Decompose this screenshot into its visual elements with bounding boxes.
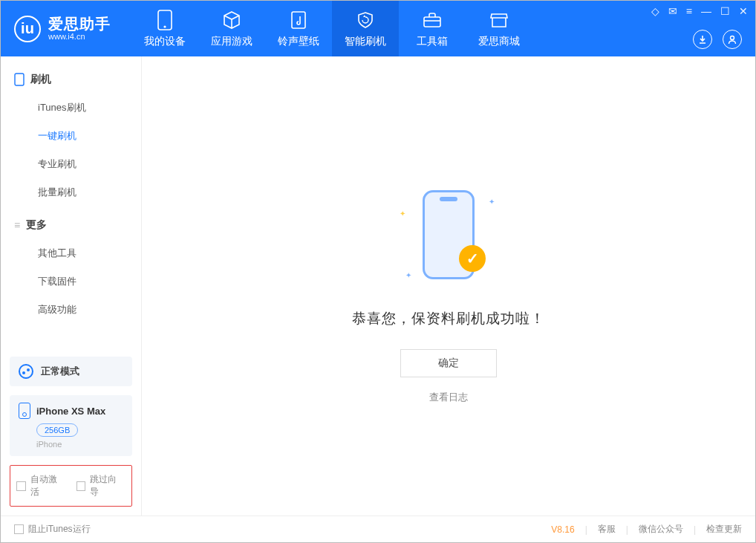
sidebar-item-download-firmware[interactable]: 下载固件 <box>1 267 141 296</box>
sidebar-group-more: ≡ 更多 <box>1 211 141 239</box>
tab-toolbox[interactable]: 工具箱 <box>399 1 466 56</box>
logo: iu 爱思助手 www.i4.cn <box>1 16 124 42</box>
tab-my-device[interactable]: 我的设备 <box>131 1 198 56</box>
checkbox-block-itunes[interactable]: 阻止iTunes运行 <box>14 523 91 536</box>
sidebar-item-advanced[interactable]: 高级功能 <box>1 296 141 324</box>
storage-badge: 256GB <box>36 423 78 437</box>
tab-ringtone-wallpaper[interactable]: 铃声壁纸 <box>265 1 332 56</box>
cube-icon <box>221 10 242 30</box>
logo-title: 爱思助手 <box>48 16 111 32</box>
tab-store[interactable]: 爱思商城 <box>466 1 532 56</box>
mode-label: 正常模式 <box>41 365 79 378</box>
tab-label: 应用游戏 <box>211 35 252 48</box>
check-badge-icon: ✓ <box>459 245 486 272</box>
footer-support-link[interactable]: 客服 <box>598 523 616 536</box>
svg-rect-2 <box>292 12 305 28</box>
refresh-shield-icon <box>355 10 376 30</box>
device-phone-icon <box>19 403 30 419</box>
mode-card[interactable]: 正常模式 <box>10 357 132 386</box>
checkbox-icon <box>16 481 26 491</box>
version-label: V8.16 <box>551 524 574 535</box>
minimize-button[interactable]: — <box>701 5 711 17</box>
shop-icon <box>489 10 509 30</box>
mode-icon <box>19 364 33 379</box>
sidebar-item-batch-flash[interactable]: 批量刷机 <box>1 178 141 207</box>
checkbox-label: 跳过向导 <box>90 473 126 498</box>
svg-point-1 <box>163 25 166 27</box>
sidebar-item-other-tools[interactable]: 其他工具 <box>1 239 141 267</box>
checkbox-skip-guide[interactable]: 跳过向导 <box>76 473 126 498</box>
footer-wechat-link[interactable]: 微信公众号 <box>639 523 683 536</box>
sidebar-group-title: 刷机 <box>30 73 51 86</box>
svg-point-5 <box>731 36 734 40</box>
logo-mark: iu <box>14 16 41 42</box>
tab-label: 爱思商城 <box>478 35 520 48</box>
tab-label: 我的设备 <box>144 35 186 48</box>
main-content: ✓ ✦ ✦ ✦ 恭喜您，保资料刷机成功啦！ 确定 查看日志 <box>142 56 755 516</box>
checkbox-icon <box>76 481 86 491</box>
success-illustration: ✓ ✦ ✦ ✦ <box>389 183 508 287</box>
phone-small-icon <box>14 73 25 86</box>
window-controls: ◇ ✉ ≡ — ☐ ✕ <box>651 5 748 17</box>
checkbox-label: 自动激活 <box>30 473 66 498</box>
highlighted-options: 自动激活 跳过向导 <box>10 465 132 507</box>
maximize-button[interactable]: ☐ <box>720 5 730 17</box>
sparkle-icon: ✦ <box>400 209 405 218</box>
more-icon: ≡ <box>14 219 20 231</box>
logo-subtitle: www.i4.cn <box>48 32 111 41</box>
top-nav: 我的设备 应用游戏 铃声壁纸 智能刷机 工具箱 爱思商城 <box>131 1 532 56</box>
tab-apps-games[interactable]: 应用游戏 <box>198 1 265 56</box>
menu-icon[interactable]: ≡ <box>686 5 692 17</box>
music-file-icon <box>288 10 309 30</box>
checkbox-label: 阻止iTunes运行 <box>28 523 91 536</box>
success-message: 恭喜您，保资料刷机成功啦！ <box>352 309 545 328</box>
view-log-link[interactable]: 查看日志 <box>429 391 468 404</box>
tab-label: 智能刷机 <box>345 35 386 48</box>
svg-rect-3 <box>424 17 440 27</box>
tab-smart-flash[interactable]: 智能刷机 <box>332 1 399 56</box>
sidebar: 刷机 iTunes刷机 一键刷机 专业刷机 批量刷机 ≡ 更多 其他工具 下载固… <box>1 56 142 516</box>
sparkle-icon: ✦ <box>405 271 411 279</box>
device-card[interactable]: iPhone XS Max 256GB iPhone <box>10 395 132 456</box>
sidebar-item-onekey-flash[interactable]: 一键刷机 <box>1 122 141 150</box>
footer: 阻止iTunes运行 V8.16 | 客服 | 微信公众号 | 检查更新 <box>1 516 755 542</box>
phone-icon <box>154 10 175 30</box>
sparkle-icon: ✦ <box>489 198 495 206</box>
footer-check-update-link[interactable]: 检查更新 <box>706 523 742 536</box>
close-button[interactable]: ✕ <box>739 5 748 17</box>
device-name: iPhone XS Max <box>36 406 105 417</box>
toolbox-icon <box>422 10 443 30</box>
tab-label: 工具箱 <box>417 35 448 48</box>
checkbox-auto-activate[interactable]: 自动激活 <box>16 473 66 498</box>
skin-icon[interactable]: ◇ <box>651 5 659 17</box>
sidebar-item-pro-flash[interactable]: 专业刷机 <box>1 150 141 178</box>
checkbox-icon <box>14 524 24 534</box>
tab-label: 铃声壁纸 <box>278 35 319 48</box>
sidebar-group-more-title: 更多 <box>26 218 47 232</box>
device-type: iPhone <box>36 440 123 449</box>
app-header: iu 爱思助手 www.i4.cn 我的设备 应用游戏 铃声壁纸 智能刷机 <box>1 1 755 56</box>
download-icon[interactable] <box>693 30 712 49</box>
user-icon[interactable] <box>723 30 742 49</box>
svg-rect-6 <box>15 74 24 85</box>
feedback-icon[interactable]: ✉ <box>668 5 677 17</box>
sidebar-item-itunes-flash[interactable]: iTunes刷机 <box>1 94 141 122</box>
sidebar-group-flash: 刷机 <box>1 65 141 94</box>
ok-button[interactable]: 确定 <box>400 349 497 377</box>
